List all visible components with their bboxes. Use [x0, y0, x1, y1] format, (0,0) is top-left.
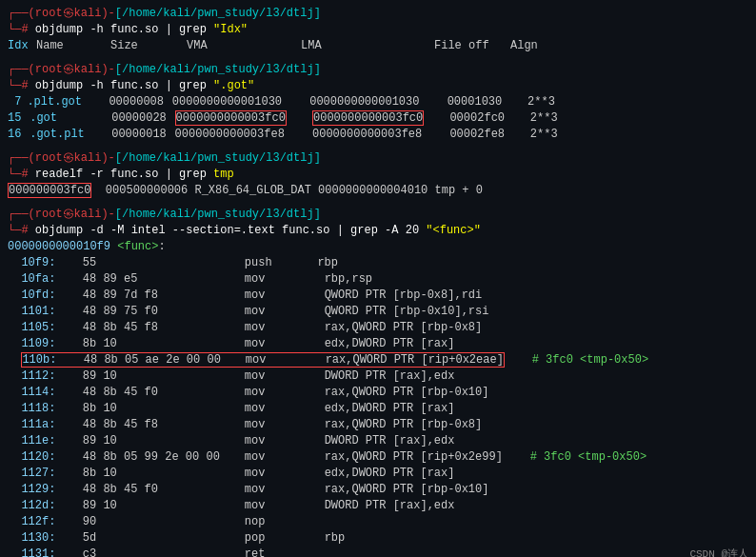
cmd-arg-3: tmp: [213, 168, 234, 181]
comment-1120: # 3fc0 <tmp-0x50>: [530, 450, 647, 464]
op-112d: DWORD PTR [rax],edx: [325, 499, 455, 512]
op-1112: DWORD PTR [rax],edx: [325, 369, 455, 383]
op-1118: edx,DWORD PTR [rax]: [325, 402, 455, 415]
mnem-1118: mov: [245, 401, 297, 417]
prompt-root-1: ┌──(root㉿kali)-: [8, 7, 115, 20]
op-10f9: rbp: [317, 256, 338, 269]
op-1101: QWORD PTR [rbp-0x10],rsi: [325, 305, 489, 318]
addr-1131: 1131:: [21, 547, 69, 557]
mnem-111e: mov: [245, 433, 297, 449]
asm-1118: 1118: 8b 10mov edx,DWORD PTR [rax]: [8, 401, 748, 417]
bytes-112d: 89 10: [83, 498, 245, 514]
cmd-hash-3: └─#: [8, 168, 35, 181]
prompt-line-4: ┌──(root㉿kali)-[/home/kali/pwn_study/l3/…: [8, 207, 748, 223]
command-line-3: └─# readelf -r func.so | grep tmp: [8, 167, 748, 183]
addr-1118: 1118:: [21, 401, 69, 417]
grep-text-4: grep -A 20: [350, 224, 426, 237]
bytes-10fd: 48 89 7d f8: [83, 288, 245, 304]
asm-110b: 110b: 48 8b 05 ae 2e 00 00mov rax,QWORD …: [8, 352, 748, 368]
addr-10fa: 10fa:: [21, 271, 69, 288]
mnem-1130: pop: [245, 530, 297, 547]
sep-2: [8, 143, 748, 150]
op-1129: rax,QWORD PTR [rbp-0x10]: [325, 483, 489, 496]
command-line-4: └─# objdump -d -M intel --section=.text …: [8, 223, 748, 239]
lma-got-highlight: 0000000000003fc0: [312, 110, 424, 126]
op-10fa: rbp,rsp: [325, 272, 372, 286]
bytes-1130: 5d: [83, 530, 245, 547]
addr-10f9: 10f9:: [21, 255, 69, 271]
asm-1131: 1131: c3ret: [8, 547, 748, 557]
pipe-2: |: [166, 79, 179, 92]
prompt-path-1: [/home/kali/pwn_study/l3/dtlj]: [115, 7, 321, 20]
addr-1130: 1130:: [21, 530, 69, 547]
size-gotplt: 00000018: [111, 127, 161, 143]
bytes-111a: 48 8b 45 f8: [83, 417, 245, 433]
foff-pltgot: 00001030: [448, 94, 514, 110]
command-line-2: └─# objdump -h func.so | grep ".got": [8, 78, 748, 94]
op-1105: rax,QWORD PTR [rbp-0x8]: [325, 321, 483, 334]
size-got: 00000028: [111, 110, 161, 127]
asm-1127: 1127: 8b 10mov edx,DWORD PTR [rax]: [8, 466, 748, 482]
mnem-110b: mov: [246, 352, 298, 368]
lma-got: 0000000000003fc0: [312, 110, 436, 127]
cmd-text-2: objdump -h func.so: [35, 79, 166, 92]
addr-1120: 1120:: [21, 449, 69, 466]
mnem-111a: mov: [245, 417, 297, 433]
func-colon: :: [158, 240, 165, 253]
grep-text-1: grep: [179, 23, 213, 36]
bytes-1101: 48 89 75 f0: [83, 304, 245, 320]
asm-1114: 1114: 48 8b 45 f0mov rax,QWORD PTR [rbp-…: [8, 385, 748, 401]
idx-15: 15: [8, 110, 23, 127]
mnem-1101: mov: [245, 304, 297, 320]
cmd-arg-2: ".got": [213, 79, 254, 92]
algn-gotplt: 2**3: [530, 128, 558, 141]
cmd-arg-4: "<func>": [426, 224, 481, 237]
name-pltgot: .plt.got: [27, 94, 109, 110]
addr-112f: 112f:: [21, 514, 69, 530]
asm-1105: 1105: 48 8b 45 f8mov rax,QWORD PTR [rbp-…: [8, 320, 748, 336]
op-1109: edx,DWORD PTR [rax]: [325, 337, 455, 350]
addr-1109: 1109:: [21, 336, 69, 352]
mnem-1129: mov: [245, 482, 297, 498]
prompt-root-3: ┌──(root㉿kali)-: [8, 151, 115, 165]
mnem-1127: mov: [245, 466, 297, 482]
asm-10fd: 10fd: 48 89 7d f8mov QWORD PTR [rbp-0x8]…: [8, 288, 748, 304]
bytes-110b: 48 8b 05 ae 2e 00 00: [84, 352, 246, 368]
bytes-1114: 48 8b 45 f0: [83, 385, 245, 401]
got-row-1: 15 .got00000028 0000000000003fc0 0000000…: [8, 110, 748, 127]
func-name: <func>: [117, 240, 158, 253]
mnem-1131: ret: [245, 547, 297, 557]
grep-text-3: grep: [179, 168, 213, 181]
addr-1129: 1129:: [21, 482, 69, 498]
addr-1105: 1105:: [21, 320, 69, 336]
col-name-h: Name: [36, 38, 110, 54]
asm-1120: 1120: 48 8b 05 99 2e 00 00mov rax,QWORD …: [8, 449, 748, 466]
prompt-line-3: ┌──(root㉿kali)-[/home/kali/pwn_study/l3/…: [8, 150, 748, 167]
bytes-111e: 89 10: [83, 433, 245, 449]
vma-got: 0000000000003fc0: [175, 110, 299, 127]
mnem-10fd: mov: [245, 288, 297, 304]
bytes-1109: 8b 10: [83, 336, 245, 352]
lma-gotplt: 0000000000003fe8: [312, 127, 436, 143]
col-size-h: Size: [110, 38, 187, 54]
asm-112f: 112f: 90nop: [8, 514, 748, 530]
addr-110b: 110b:: [22, 352, 70, 368]
asm-1130: 1130: 5dpop rbp: [8, 530, 748, 547]
op-1114: rax,QWORD PTR [rbp-0x10]: [325, 386, 489, 399]
mnem-1112: mov: [245, 368, 297, 385]
prompt-root-4: ┌──(root㉿kali)-: [8, 208, 115, 221]
mnem-1114: mov: [245, 385, 297, 401]
addr-111a: 111a:: [21, 417, 69, 433]
readelf-rest: 000500000006 R_X86_64_GLOB_DAT 000000000…: [106, 184, 483, 197]
idx-16: 16: [8, 127, 23, 143]
addr-10fd: 10fd:: [21, 288, 69, 304]
vma-gotplt: 0000000000003fe8: [175, 127, 299, 143]
asm-1129: 1129: 48 8b 45 f0mov rax,QWORD PTR [rbp-…: [8, 482, 748, 498]
op-10fd: QWORD PTR [rbp-0x8],rdi: [325, 288, 483, 302]
bytes-1118: 8b 10: [83, 401, 245, 417]
bytes-10fa: 48 89 e5: [83, 271, 245, 288]
got-row-2: 16 .got.plt00000018 0000000000003fe8 000…: [8, 127, 748, 143]
prompt-path-4: [/home/kali/pwn_study/l3/dtlj]: [115, 208, 321, 221]
col-fileoff-h: File off: [434, 38, 510, 54]
sep-3: [8, 199, 748, 207]
